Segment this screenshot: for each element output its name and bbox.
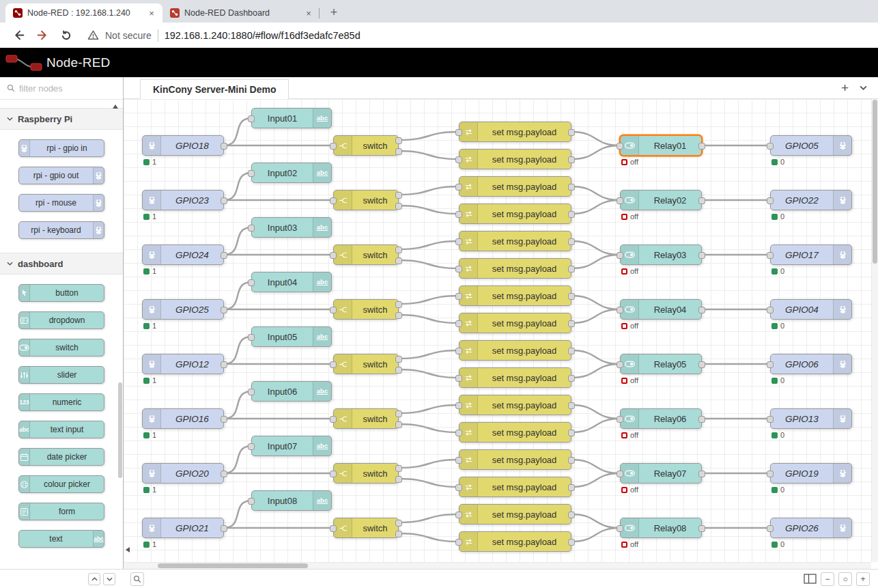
flow-node-set-msg-payload[interactable]: set msg.payload: [459, 449, 571, 470]
palette-search-input[interactable]: [19, 83, 116, 94]
flow-node-relay04[interactable]: Relay04: [620, 299, 702, 320]
flow-node-input03[interactable]: Input03abc: [251, 217, 332, 238]
input-port[interactable]: [455, 184, 462, 191]
input-port[interactable]: [617, 471, 623, 477]
input-port[interactable]: [767, 471, 774, 477]
output-port[interactable]: [568, 266, 575, 272]
output-port[interactable]: [395, 531, 402, 537]
flow-node-set-msg-payload[interactable]: set msg.payload: [459, 531, 571, 552]
input-port[interactable]: [330, 197, 337, 204]
back-icon[interactable]: [12, 29, 25, 42]
output-port[interactable]: [698, 197, 705, 204]
palette-node-numeric[interactable]: 123numeric: [18, 393, 104, 411]
flow-node-switch[interactable]: switch: [333, 354, 399, 374]
flow-node-gpio21[interactable]: GPIO21: [142, 518, 224, 538]
output-port[interactable]: [698, 143, 705, 150]
zoom-reset-button[interactable]: ○: [838, 572, 852, 586]
canvas-search-button[interactable]: [130, 572, 144, 586]
add-flow-button[interactable]: +: [841, 81, 849, 94]
output-port[interactable]: [568, 539, 575, 546]
output-port[interactable]: [698, 361, 705, 368]
input-port[interactable]: [617, 361, 623, 368]
output-port[interactable]: [568, 348, 575, 354]
input-port[interactable]: [455, 539, 462, 546]
palette-node-button[interactable]: button: [18, 284, 104, 302]
browser-tab-node-red-dashboard[interactable]: Node-RED Dashboard ×: [162, 3, 320, 23]
input-port[interactable]: [455, 348, 462, 354]
output-port[interactable]: [395, 356, 402, 363]
flow-node-relay05[interactable]: Relay05: [620, 354, 702, 374]
flow-list-chevron-down-icon[interactable]: [860, 85, 867, 90]
flow-node-gpio12[interactable]: GPIO12: [142, 354, 224, 374]
flow-node-relay03[interactable]: Relay03: [620, 244, 702, 265]
output-port[interactable]: [568, 320, 575, 327]
flow-node-set-msg-payload[interactable]: set msg.payload: [459, 422, 571, 443]
flow-node-gpio23[interactable]: GPIO23: [142, 190, 224, 210]
flow-node-gpio17[interactable]: GPIO17: [770, 244, 852, 265]
vertical-scrollbar-thumb[interactable]: [873, 100, 877, 264]
flow-node-set-msg-payload[interactable]: set msg.payload: [459, 149, 571, 169]
input-port[interactable]: [767, 416, 774, 423]
output-port[interactable]: [395, 203, 402, 210]
flow-node-set-msg-payload[interactable]: set msg.payload: [459, 367, 571, 388]
input-port[interactable]: [767, 197, 774, 204]
flow-node-gpio04[interactable]: GPIO04: [770, 299, 852, 320]
output-port[interactable]: [568, 184, 575, 191]
new-tab-button[interactable]: +: [325, 3, 343, 21]
flow-node-input04[interactable]: Input04abc: [251, 272, 332, 292]
flow-node-input06[interactable]: Input06abc: [251, 381, 332, 402]
flow-node-gpio24[interactable]: GPIO24: [142, 244, 224, 265]
input-port[interactable]: [767, 307, 774, 313]
input-port[interactable]: [767, 525, 774, 532]
flow-node-set-msg-payload[interactable]: set msg.payload: [459, 285, 571, 306]
flow-node-set-msg-payload[interactable]: set msg.payload: [459, 231, 571, 251]
palette-category-header-dashboard[interactable]: dashboard: [0, 253, 123, 275]
input-port[interactable]: [330, 416, 337, 423]
output-port[interactable]: [221, 471, 227, 477]
output-port[interactable]: [221, 143, 227, 150]
input-port[interactable]: [248, 170, 255, 177]
output-port[interactable]: [221, 252, 227, 259]
palette-node-rpi-mouse[interactable]: rpi - mouse: [18, 194, 104, 212]
input-port[interactable]: [330, 143, 337, 150]
output-port[interactable]: [221, 197, 227, 204]
output-port[interactable]: [221, 416, 227, 423]
flow-node-switch[interactable]: switch: [333, 299, 399, 320]
input-port[interactable]: [617, 252, 623, 259]
output-port[interactable]: [568, 430, 575, 436]
palette-scrollbar-thumb[interactable]: [118, 382, 122, 478]
palette-node-date-picker[interactable]: date picker: [18, 448, 104, 466]
input-port[interactable]: [248, 279, 255, 286]
output-port[interactable]: [698, 525, 705, 532]
zoom-out-button[interactable]: −: [821, 572, 834, 586]
flow-node-relay02[interactable]: Relay02: [620, 190, 702, 210]
output-port[interactable]: [568, 375, 575, 382]
input-port[interactable]: [455, 320, 462, 327]
input-port[interactable]: [617, 197, 623, 204]
output-port[interactable]: [568, 512, 575, 518]
close-tab-icon[interactable]: ×: [146, 8, 157, 18]
output-port[interactable]: [568, 484, 575, 491]
input-port[interactable]: [248, 389, 255, 395]
flow-node-set-msg-payload[interactable]: set msg.payload: [459, 122, 571, 142]
input-port[interactable]: [248, 443, 255, 450]
input-port[interactable]: [248, 498, 255, 505]
input-port[interactable]: [617, 525, 623, 532]
input-port[interactable]: [455, 156, 462, 163]
input-port[interactable]: [248, 225, 255, 232]
output-port[interactable]: [395, 410, 402, 417]
output-port[interactable]: [221, 525, 227, 532]
input-port[interactable]: [455, 129, 462, 136]
address-bar[interactable]: Not secure 192.168.1.240:1880/#flow/f16d…: [87, 29, 360, 42]
output-port[interactable]: [568, 211, 575, 218]
flow-node-set-msg-payload[interactable]: set msg.payload: [459, 504, 571, 524]
forward-icon[interactable]: [36, 29, 49, 42]
input-port[interactable]: [455, 484, 462, 491]
flow-node-set-msg-payload[interactable]: set msg.payload: [459, 258, 571, 279]
close-tab-icon[interactable]: ×: [303, 8, 314, 18]
navigator-toggle-icon[interactable]: [804, 574, 817, 584]
palette-node-form[interactable]: form: [18, 503, 104, 520]
output-port[interactable]: [568, 156, 575, 163]
flow-node-set-msg-payload[interactable]: set msg.payload: [459, 204, 571, 224]
input-port[interactable]: [330, 307, 337, 313]
